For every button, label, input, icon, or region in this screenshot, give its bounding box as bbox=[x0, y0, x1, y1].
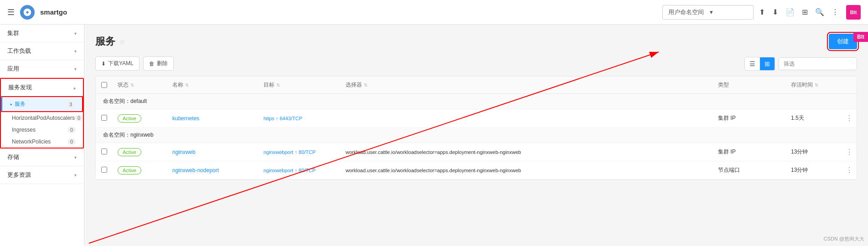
sidebar-section-apps: 应用 ▾ bbox=[0, 60, 84, 78]
chevron-up-icon: ▴ bbox=[73, 85, 76, 90]
app-title: smartgo bbox=[40, 8, 67, 16]
sort-icon: ⇅ bbox=[364, 82, 367, 87]
network-policies-badge: 0 bbox=[67, 138, 76, 145]
col-target: 目标⇅ bbox=[258, 81, 340, 89]
chevron-icon: ▾ bbox=[74, 31, 77, 36]
hpa-badge: 0 bbox=[75, 115, 83, 121]
service-type: 集群 IP bbox=[713, 114, 785, 122]
more-options-icon[interactable]: ⋮ bbox=[832, 8, 839, 16]
create-button[interactable]: 创建 bbox=[829, 34, 857, 49]
page-header: 服务 ☆ 创建 bbox=[95, 34, 857, 49]
favorite-icon[interactable]: ☆ bbox=[119, 37, 125, 46]
trash-icon: 🗑 bbox=[149, 61, 155, 67]
namespace-row-nginxweb: 命名空间：nginxweb bbox=[96, 128, 857, 143]
sidebar-item-workload[interactable]: 工作负载 ▾ bbox=[0, 42, 84, 60]
sort-icon: ⇅ bbox=[815, 82, 818, 87]
sidebar-section-service-discovery: 服务发现 ▴ ▪ 服务 3 HorizontalPodAutoscalers 0… bbox=[0, 78, 84, 149]
selector-text: workload.user.cattle.io/workloadselector… bbox=[346, 168, 521, 173]
row-checkbox[interactable] bbox=[101, 149, 107, 154]
view-toggle: ☰ ⊞ bbox=[744, 57, 775, 71]
list-view-button[interactable]: ☰ bbox=[745, 57, 760, 70]
sidebar-item-ingresses[interactable]: Ingresses 0 bbox=[1, 124, 83, 136]
search-icon[interactable]: 🔍 bbox=[815, 8, 824, 16]
ingresses-badge: 0 bbox=[67, 127, 76, 133]
chevron-icon: ▾ bbox=[74, 67, 77, 72]
download-icon[interactable]: ⬇ bbox=[772, 8, 778, 16]
download-yaml-button[interactable]: ⬇ 下载YAML bbox=[95, 56, 140, 71]
filter-input[interactable] bbox=[779, 57, 857, 70]
chevron-icon: ▾ bbox=[74, 49, 77, 54]
sidebar-item-storage[interactable]: 存储 ▾ bbox=[0, 149, 84, 166]
table-row: Active nginxweb nginxwebport ↑ 80/TCP wo… bbox=[96, 143, 857, 161]
download-yaml-icon: ⬇ bbox=[101, 61, 106, 67]
sidebar-section-cluster: 集群 ▾ bbox=[0, 25, 84, 42]
logo bbox=[20, 5, 35, 20]
col-selector: 选择器⇅ bbox=[340, 81, 713, 89]
sidebar-item-more[interactable]: 更多资源 ▾ bbox=[0, 166, 84, 184]
list-icon: ▪ bbox=[10, 101, 12, 108]
select-all-checkbox[interactable] bbox=[101, 82, 107, 88]
grid-view-button[interactable]: ⊞ bbox=[760, 57, 775, 70]
chevron-icon: ▾ bbox=[74, 173, 77, 178]
services-table: 状态⇅ 名称⇅ 目标⇅ 选择器⇅ 类型 存活时间⇅ 命名空间：default A… bbox=[95, 76, 857, 180]
chevron-down-icon: ▾ bbox=[710, 9, 748, 15]
status-badge: Active bbox=[118, 148, 141, 156]
sidebar-item-services[interactable]: ▪ 服务 3 bbox=[1, 96, 83, 112]
col-type: 类型 bbox=[713, 81, 785, 89]
target-port[interactable]: nginxwebport ↑ 80/TCP bbox=[264, 168, 315, 173]
service-type: 集群 IP bbox=[713, 148, 785, 156]
sort-icon: ⇅ bbox=[276, 82, 280, 87]
table-header: 状态⇅ 名称⇅ 目标⇅ 选择器⇅ 类型 存活时间⇅ bbox=[96, 77, 857, 94]
toolbar: ⬇ 下载YAML 🗑 删除 ☰ ⊞ bbox=[95, 56, 857, 71]
topbar: ☰ smartgo 用户命名空间 ▾ ⬆ ⬇ 📄 ⊞ 🔍 ⋮ BIt bbox=[0, 0, 868, 25]
status-badge: Active bbox=[118, 114, 141, 123]
row-more-icon[interactable]: ⋮ bbox=[846, 114, 853, 122]
menu-icon[interactable]: ☰ bbox=[7, 7, 15, 17]
service-type: 节点端口 bbox=[713, 166, 785, 174]
upload-icon[interactable]: ⬆ bbox=[759, 8, 765, 16]
sidebar-item-cluster[interactable]: 集群 ▾ bbox=[0, 25, 84, 42]
page-title: 服务 bbox=[95, 35, 115, 48]
target-port[interactable]: nginxwebport ↑ 80/TCP bbox=[264, 149, 315, 155]
namespace-row-default: 命名空间：default bbox=[96, 94, 857, 109]
sidebar-section-storage: 存储 ▾ bbox=[0, 149, 84, 166]
service-age: 13分钟 bbox=[785, 166, 840, 174]
avatar[interactable]: BIt bbox=[846, 5, 861, 20]
topbar-actions: ⬆ ⬇ 📄 ⊞ 🔍 ⋮ BIt bbox=[759, 5, 861, 20]
sort-icon: ⇅ bbox=[185, 82, 189, 87]
sidebar-item-network-policies[interactable]: NetworkPolicies 0 bbox=[1, 136, 83, 148]
service-name-link[interactable]: kubernetes bbox=[172, 115, 199, 122]
col-age: 存活时间⇅ bbox=[785, 81, 840, 89]
main-content: 服务 ☆ 创建 ⬇ 下载YAML 🗑 删除 ☰ ⊞ bbox=[84, 25, 868, 246]
namespace-selector[interactable]: 用户命名空间 ▾ bbox=[662, 5, 754, 20]
service-name-link[interactable]: nginxweb bbox=[172, 149, 196, 155]
service-age: 1.5天 bbox=[785, 114, 840, 122]
target-port[interactable]: https ↑ 6443/TCP bbox=[264, 116, 302, 121]
service-name-link[interactable]: nginxweb-nodeport bbox=[172, 167, 219, 174]
table-row: Active kubernetes https ↑ 6443/TCP 集群 IP… bbox=[96, 109, 857, 128]
selector-text: workload.user.cattle.io/workloadselector… bbox=[346, 149, 521, 155]
delete-button[interactable]: 🗑 删除 bbox=[143, 56, 174, 71]
layout: 集群 ▾ 工作负载 ▾ 应用 ▾ 服务发现 ▴ bbox=[0, 25, 868, 246]
sidebar-section-workload: 工作负载 ▾ bbox=[0, 42, 84, 60]
status-badge: Active bbox=[118, 166, 141, 174]
sidebar-item-apps[interactable]: 应用 ▾ bbox=[0, 60, 84, 77]
sidebar-item-service-discovery[interactable]: 服务发现 ▴ bbox=[1, 79, 83, 96]
sidebar: 集群 ▾ 工作负载 ▾ 应用 ▾ 服务发现 ▴ bbox=[0, 25, 84, 246]
namespace-label: 用户命名空间 bbox=[668, 8, 706, 16]
row-checkbox[interactable] bbox=[101, 115, 107, 121]
row-more-icon[interactable]: ⋮ bbox=[846, 148, 853, 156]
table-row: Active nginxweb-nodeport nginxwebport ↑ … bbox=[96, 161, 857, 179]
grid-icon[interactable]: ⊞ bbox=[802, 8, 808, 16]
bit-badge: BIt bbox=[853, 32, 868, 42]
col-status: 状态⇅ bbox=[112, 81, 167, 89]
chevron-icon: ▾ bbox=[74, 155, 77, 160]
sidebar-item-hpa[interactable]: HorizontalPodAutoscalers 0 bbox=[1, 112, 83, 124]
row-more-icon[interactable]: ⋮ bbox=[846, 166, 853, 174]
row-checkbox[interactable] bbox=[101, 167, 107, 173]
file-icon[interactable]: 📄 bbox=[785, 8, 795, 16]
watermark: CSDN @悠闲大大 bbox=[824, 236, 864, 242]
sort-icon: ⇅ bbox=[130, 82, 134, 87]
services-badge: 3 bbox=[67, 101, 75, 108]
sidebar-section-more: 更多资源 ▾ bbox=[0, 166, 84, 184]
